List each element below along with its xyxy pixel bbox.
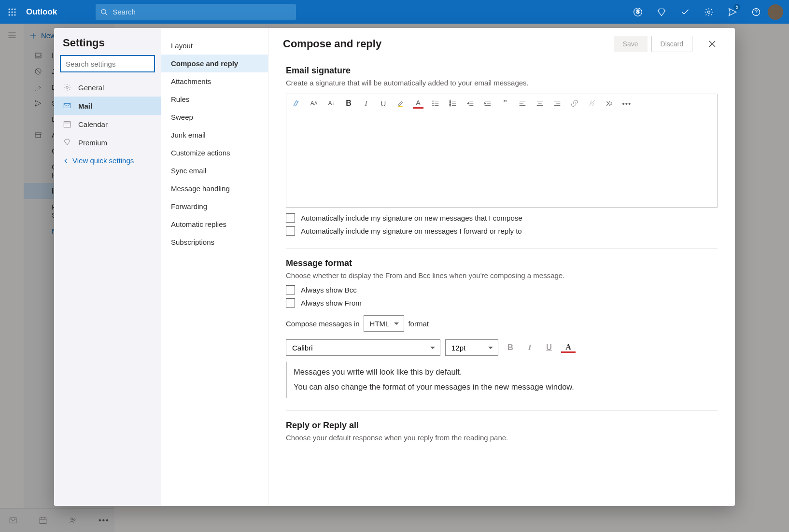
checkbox-bcc[interactable] (286, 285, 295, 294)
sig-auto-reply-row[interactable]: Automatically include my signature on me… (286, 226, 718, 236)
bcc-label: Always show Bcc (301, 286, 357, 294)
svg-point-6 (8, 14, 10, 15)
from-row[interactable]: Always show From (286, 298, 718, 308)
svg-point-3 (8, 11, 10, 13)
settings-cat-general[interactable]: General (54, 78, 161, 97)
message-format-heading: Message format (286, 258, 718, 268)
settings-subnav: Layout Compose and reply Attachments Rul… (161, 28, 268, 506)
subnav-rules[interactable]: Rules (161, 90, 268, 108)
subnav-sweep[interactable]: Sweep (161, 108, 268, 126)
message-format-subtext: Choose whether to display the From and B… (286, 271, 718, 280)
settings-cat-mail[interactable]: Mail (54, 97, 161, 115)
svg-point-0 (8, 8, 10, 10)
signature-editor: AA A↕ B I U A 123 ” X (286, 94, 718, 208)
settings-cat-calendar[interactable]: Calendar (54, 115, 161, 133)
app-name: Outlook (26, 7, 57, 17)
svg-point-8 (14, 14, 15, 15)
view-quick-settings-link[interactable]: View quick settings (54, 152, 161, 169)
font-size-dropdown[interactable]: 12pt (445, 339, 498, 356)
font-family-icon[interactable]: AA (309, 98, 319, 109)
search-icon (100, 8, 108, 16)
search-input[interactable] (113, 8, 291, 16)
subnav-sync[interactable]: Sync email (161, 162, 268, 180)
subnav-layout[interactable]: Layout (161, 37, 268, 55)
subnav-junk[interactable]: Junk email (161, 126, 268, 144)
svg-text:3: 3 (450, 104, 451, 107)
align-center-icon[interactable] (535, 98, 545, 109)
subnav-customize[interactable]: Customize actions (161, 144, 268, 162)
svg-point-40 (433, 103, 434, 104)
svg-point-7 (11, 14, 13, 15)
outdent-icon[interactable] (465, 98, 476, 109)
compose-format-dropdown[interactable]: HTML (364, 315, 405, 332)
premium-icon[interactable] (649, 0, 673, 24)
subnav-auto-replies[interactable]: Automatic replies (161, 215, 268, 233)
unlink-icon[interactable] (587, 98, 597, 109)
notifications-icon[interactable]: 5 (720, 0, 744, 24)
save-button[interactable]: Save (614, 36, 648, 52)
compose-in-label-post: format (408, 320, 429, 328)
bullets-icon[interactable] (430, 98, 441, 109)
format-painter-icon[interactable] (291, 98, 302, 109)
sig-auto-new-row[interactable]: Automatically include my signature on ne… (286, 213, 718, 223)
quote-icon[interactable]: ” (500, 98, 510, 109)
font-family-dropdown[interactable]: Calibri (286, 339, 440, 356)
diamond-icon (63, 138, 71, 147)
signature-subtext: Create a signature that will be automati… (286, 79, 718, 87)
signature-toolbar: AA A↕ B I U A 123 ” X (286, 94, 717, 112)
todo-icon[interactable] (673, 0, 697, 24)
mail-icon (63, 101, 71, 110)
numbering-icon[interactable]: 123 (448, 98, 458, 109)
default-bold-button[interactable]: B (503, 340, 518, 355)
settings-cat-premium[interactable]: Premium (54, 133, 161, 152)
subnav-compose-reply[interactable]: Compose and reply (161, 55, 268, 72)
subnav-attachments[interactable]: Attachments (161, 72, 268, 90)
highlight-icon[interactable] (395, 98, 406, 109)
checkbox-from[interactable] (286, 298, 295, 308)
panel-title: Compose and reply (283, 38, 610, 50)
svg-line-65 (589, 100, 595, 107)
svg-point-4 (11, 11, 13, 13)
subnav-forwarding[interactable]: Forwarding (161, 197, 268, 215)
checkbox-sig-reply[interactable] (286, 226, 295, 236)
svg-point-5 (14, 11, 15, 13)
avatar[interactable] (768, 4, 783, 20)
link-icon[interactable] (569, 98, 580, 109)
svg-rect-33 (64, 122, 70, 127)
checkbox-sig-new[interactable] (286, 213, 295, 223)
superscript-icon[interactable]: X2 (604, 98, 615, 109)
font-size-icon[interactable]: A↕ (326, 98, 337, 109)
align-left-icon[interactable] (517, 98, 528, 109)
settings-search-input[interactable] (60, 55, 155, 72)
close-button[interactable] (704, 36, 720, 52)
gear-icon (63, 83, 71, 92)
default-underline-button[interactable]: U (542, 340, 556, 355)
app-launcher-icon[interactable] (0, 0, 24, 24)
bold-icon[interactable]: B (343, 98, 354, 109)
compose-in-label-pre: Compose messages in (286, 320, 360, 328)
more-formatting-icon[interactable]: ••• (621, 98, 632, 109)
svg-point-9 (101, 9, 106, 14)
settings-title: Settings (54, 37, 161, 55)
discard-button[interactable]: Discard (651, 36, 692, 52)
bcc-row[interactable]: Always show Bcc (286, 285, 718, 294)
underline-icon[interactable]: U (378, 98, 389, 109)
font-color-icon[interactable]: A (413, 98, 423, 109)
align-right-icon[interactable] (552, 98, 563, 109)
italic-icon[interactable]: I (361, 98, 371, 109)
skype-icon[interactable]: S (626, 0, 649, 24)
signature-textarea[interactable] (286, 112, 717, 207)
signature-heading: Email signature (286, 66, 718, 76)
subnav-msg-handling[interactable]: Message handling (161, 180, 268, 197)
default-font-color-button[interactable]: A (561, 342, 576, 353)
svg-point-31 (66, 86, 69, 89)
indent-icon[interactable] (482, 98, 493, 109)
help-icon[interactable] (744, 0, 768, 24)
settings-icon[interactable] (697, 0, 720, 24)
reply-heading: Reply or Reply all (286, 420, 718, 431)
subnav-subscriptions[interactable]: Subscriptions (161, 233, 268, 251)
svg-text:S: S (636, 9, 639, 14)
search-box[interactable] (96, 4, 296, 20)
default-italic-button[interactable]: I (522, 340, 537, 355)
svg-point-1 (11, 8, 13, 10)
